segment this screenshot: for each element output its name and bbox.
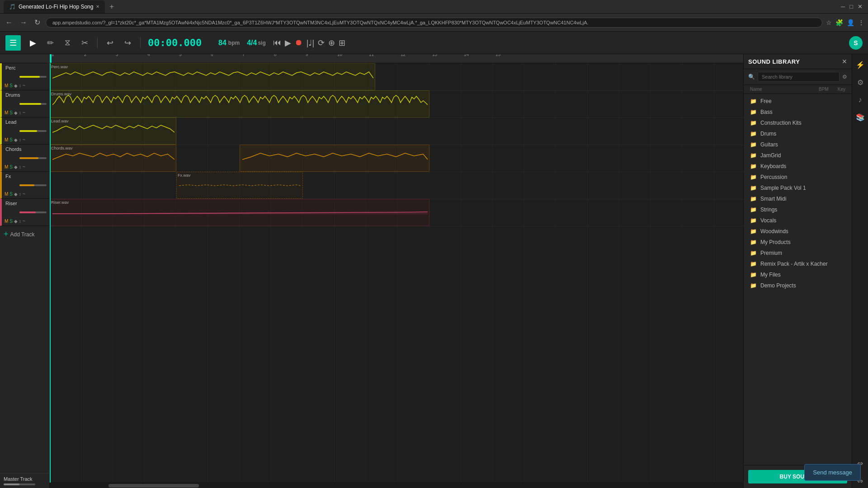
midi-btn[interactable]: ⊕ [328, 38, 335, 48]
extensions-icon[interactable]: 🧩 [835, 19, 843, 26]
fx-btn-perc[interactable]: ~ [23, 83, 25, 88]
mute-btn-chords[interactable]: M [5, 164, 8, 169]
library-item-my-products[interactable]: 📁My Products [744, 237, 852, 248]
filter-icon[interactable]: ⚙ [842, 74, 847, 80]
mixer-icon[interactable]: ⚡ [853, 58, 868, 72]
play-btn[interactable]: ▶ [285, 38, 291, 48]
pan-btn-perc[interactable]: ↕ [19, 83, 21, 88]
inst-btn-perc[interactable]: ◆ [14, 83, 18, 88]
fx-btn-riser[interactable]: ~ [23, 219, 25, 224]
library-item-demo-projects[interactable]: 📁Demo Projects [744, 280, 852, 291]
solo-btn-perc[interactable]: S [9, 83, 13, 88]
mute-btn-drums[interactable]: M [5, 110, 8, 115]
library-item-jamgrid[interactable]: 📁JamGrid [744, 150, 852, 161]
library-item-construction-kits[interactable]: 📁Construction Kits [744, 117, 852, 128]
piano-icon[interactable]: ♪ [856, 93, 865, 107]
library-item-free[interactable]: 📁Free [744, 96, 852, 107]
loop-btn[interactable]: ⟳ [318, 38, 325, 48]
solo-btn-lead[interactable]: S [9, 137, 13, 142]
menu-icon[interactable]: ⋮ [858, 19, 864, 26]
forward-btn[interactable]: → [18, 17, 29, 28]
send-message-btn[interactable]: Send message [804, 464, 861, 481]
inst-btn-lead[interactable]: ◆ [14, 137, 18, 142]
pan-btn-riser[interactable]: ↕ [19, 219, 21, 224]
chords-waveform-2 [242, 150, 428, 169]
library-search-input[interactable] [758, 72, 840, 82]
pan-btn-lead[interactable]: ↕ [19, 137, 21, 142]
pencil-tool-btn[interactable]: ✏ [45, 36, 56, 50]
library-item-sample-pack-vol-1[interactable]: 📁Sample Pack Vol 1 [744, 183, 852, 193]
select-tool-btn[interactable]: ▶ [28, 36, 38, 50]
drums-clip[interactable]: Drums.wav [50, 90, 429, 117]
tab-close-btn[interactable]: ✕ [96, 4, 99, 9]
pan-btn-drums[interactable]: ↕ [19, 110, 21, 115]
menu-hamburger-btn[interactable]: ☰ [5, 35, 21, 51]
library-icon[interactable]: 📚 [853, 110, 868, 124]
inst-btn-chords[interactable]: ◆ [14, 164, 18, 169]
fx-btn-drums[interactable]: ~ [23, 110, 25, 115]
skip-back-btn[interactable]: ⏮ [273, 38, 281, 47]
inst-btn-fx[interactable]: ◆ [14, 192, 18, 197]
redo-btn[interactable]: ↪ [123, 36, 133, 50]
record-btn[interactable]: ⏺ [295, 38, 303, 47]
profile-icon[interactable]: 👤 [847, 19, 854, 26]
mute-btn-fx[interactable]: M [5, 192, 8, 197]
library-item-smart-midi[interactable]: 📁Smart Midi [744, 193, 852, 204]
pan-btn-fx[interactable]: ↕ [19, 192, 21, 197]
undo-btn[interactable]: ↩ [105, 36, 115, 50]
inst-btn-drums[interactable]: ◆ [14, 110, 18, 115]
chords-clip-1[interactable]: Chords.wav [50, 145, 176, 172]
library-item-premium[interactable]: 📁Premium [744, 248, 852, 258]
library-item-woodwinds[interactable]: 📁Woodwinds [744, 226, 852, 237]
inst-btn-riser[interactable]: ◆ [14, 219, 18, 224]
metronome-btn[interactable]: |♩| [307, 38, 314, 48]
library-item-keyboards[interactable]: 📁Keyboards [744, 161, 852, 172]
maximize-btn[interactable]: □ [849, 3, 853, 10]
fx-btn-fx[interactable]: ~ [23, 192, 25, 197]
solo-btn-drums[interactable]: S [9, 110, 13, 115]
chords-clip-2[interactable] [240, 145, 429, 172]
time-display: 00:00.000 [148, 37, 211, 48]
arrangement-btn[interactable]: ⊞ [339, 38, 345, 48]
time-sig-control[interactable]: 4/4 sig [247, 39, 266, 47]
pan-btn-chords[interactable]: ↕ [19, 164, 21, 169]
library-item-strings[interactable]: 📁Strings [744, 204, 852, 215]
cut-tool-btn[interactable]: ✂ [80, 36, 90, 50]
library-item-remix-pack---artik-x-kacher[interactable]: 📁Remix Pack - Artik x Kacher [744, 258, 852, 269]
mute-btn-perc[interactable]: M [5, 83, 8, 88]
horizontal-scrollbar[interactable] [50, 483, 743, 488]
folder-icon: 📁 [750, 239, 757, 245]
bookmark-icon[interactable]: ☆ [826, 19, 832, 26]
scrollbar-thumb[interactable] [108, 484, 199, 488]
library-item-vocals[interactable]: 📁Vocals [744, 215, 852, 226]
minimize-btn[interactable]: ─ [841, 3, 845, 10]
riser-clip[interactable]: Riser.wav [50, 199, 429, 226]
split-tool-btn[interactable]: ⧖ [63, 36, 72, 49]
library-item-percussion[interactable]: 📁Percussion [744, 172, 852, 183]
library-close-btn[interactable]: ✕ [842, 58, 847, 65]
library-item-my-files[interactable]: 📁My Files [744, 269, 852, 280]
bpm-control[interactable]: 84 bpm [218, 39, 240, 47]
back-btn[interactable]: ← [4, 17, 14, 28]
solo-btn-riser[interactable]: S [9, 219, 13, 224]
fx-btn-lead[interactable]: ~ [23, 137, 25, 142]
settings-icon[interactable]: ⚙ [854, 75, 866, 89]
solo-btn-fx[interactable]: S [9, 192, 13, 197]
new-tab-button[interactable]: + [107, 3, 116, 11]
reload-btn[interactable]: ↻ [33, 16, 42, 28]
active-tab[interactable]: 🎵 Generated Lo-Fi Hip Hop Song ✕ [4, 0, 105, 13]
user-avatar[interactable]: S [849, 36, 863, 50]
mute-btn-riser[interactable]: M [5, 219, 8, 224]
solo-btn-chords[interactable]: S [9, 164, 13, 169]
fx-clip[interactable]: Fx.wav [176, 172, 303, 199]
address-input[interactable] [46, 18, 822, 28]
library-item-bass[interactable]: 📁Bass [744, 107, 852, 117]
library-item-guitars[interactable]: 📁Guitars [744, 139, 852, 150]
mute-btn-lead[interactable]: M [5, 137, 8, 142]
close-btn[interactable]: ✕ [858, 3, 863, 10]
add-track-btn[interactable]: + Add Track [0, 226, 49, 243]
fx-btn-chords[interactable]: ~ [23, 164, 25, 169]
perc-clip[interactable]: Perc.wav [50, 63, 375, 90]
lead-clip[interactable]: Lead.wav [50, 117, 176, 145]
library-item-drums[interactable]: 📁Drums [744, 128, 852, 139]
